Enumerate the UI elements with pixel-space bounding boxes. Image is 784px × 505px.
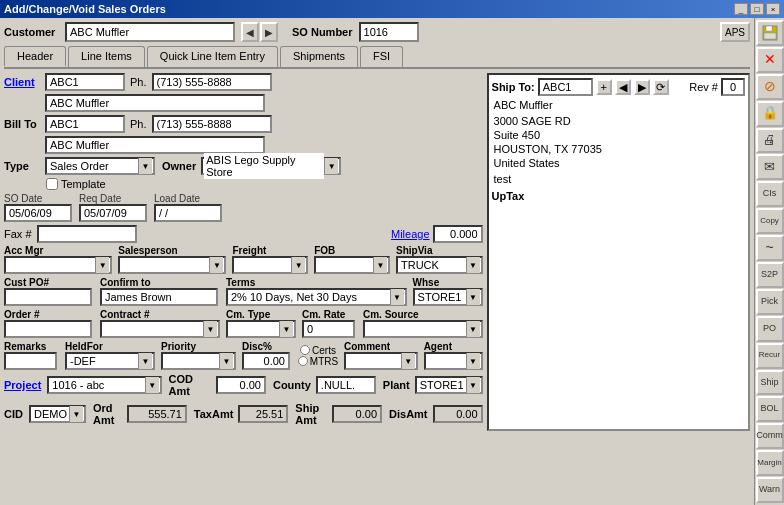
plant-arrow[interactable]: ▼ bbox=[466, 377, 480, 393]
so-number-input[interactable] bbox=[359, 22, 419, 42]
tab-shipments[interactable]: Shipments bbox=[280, 46, 358, 67]
acc-mgr-arrow[interactable]: ▼ bbox=[95, 257, 109, 273]
acc-mgr-dropdown[interactable]: ▼ bbox=[4, 256, 112, 274]
margin-button[interactable]: Margin bbox=[756, 450, 784, 476]
cod-amt-input[interactable] bbox=[216, 376, 266, 394]
terms-dropdown[interactable]: 2% 10 Days, Net 30 Days ▼ bbox=[226, 288, 407, 306]
po-button[interactable]: PO bbox=[756, 316, 784, 342]
county-input[interactable] bbox=[316, 376, 376, 394]
cm-rate-input[interactable] bbox=[302, 320, 355, 338]
ship-via-arrow[interactable]: ▼ bbox=[466, 257, 480, 273]
prev-button[interactable]: ◀ bbox=[241, 22, 259, 42]
recur-button[interactable]: Recur bbox=[756, 343, 784, 369]
cis-button[interactable]: CIs bbox=[756, 181, 784, 207]
pick-button[interactable]: Pick bbox=[756, 289, 784, 315]
disc-pct-input[interactable] bbox=[242, 352, 290, 370]
cust-po-input[interactable] bbox=[4, 288, 92, 306]
priority-arrow[interactable]: ▼ bbox=[219, 353, 233, 369]
void-button[interactable]: ⊘ bbox=[756, 74, 784, 100]
owner-dropdown-arrow[interactable]: ▼ bbox=[324, 158, 338, 174]
next-button[interactable]: ▶ bbox=[260, 22, 278, 42]
prev-address-button[interactable]: ◀ bbox=[615, 79, 631, 95]
aps-button[interactable]: APS bbox=[720, 22, 750, 42]
print-button[interactable]: 🖨 bbox=[756, 128, 784, 154]
whse-dropdown[interactable]: STORE1 ▼ bbox=[413, 288, 483, 306]
bill-code-input[interactable] bbox=[45, 115, 125, 133]
load-date-input[interactable] bbox=[154, 204, 222, 222]
rev-input[interactable] bbox=[721, 78, 745, 96]
cm-source-arrow[interactable]: ▼ bbox=[466, 321, 480, 337]
cm-source-dropdown[interactable]: ▼ bbox=[363, 320, 483, 338]
comment-arrow[interactable]: ▼ bbox=[401, 353, 415, 369]
type-dropdown-arrow[interactable]: ▼ bbox=[138, 158, 152, 174]
maximize-button[interactable]: □ bbox=[750, 3, 764, 15]
project-arrow[interactable]: ▼ bbox=[145, 377, 159, 393]
salesperson-dropdown[interactable]: ▼ bbox=[118, 256, 226, 274]
tab-line-items[interactable]: Line Items bbox=[68, 46, 145, 67]
client-code-input[interactable] bbox=[45, 73, 125, 91]
comment-dropdown[interactable]: ▼ bbox=[344, 352, 418, 370]
project-dropdown[interactable]: 1016 - abc ▼ bbox=[47, 376, 161, 394]
delete-button[interactable]: ✕ bbox=[756, 47, 784, 73]
order-num-input[interactable] bbox=[4, 320, 92, 338]
fax-input[interactable] bbox=[37, 225, 137, 243]
cid-arrow[interactable]: ▼ bbox=[69, 406, 83, 422]
type-dropdown[interactable]: Sales Order ▼ bbox=[45, 157, 155, 175]
template-checkbox[interactable] bbox=[46, 178, 58, 190]
save-icon-button[interactable] bbox=[756, 20, 784, 46]
ship-via-dropdown[interactable]: TRUCK ▼ bbox=[396, 256, 483, 274]
terms-arrow[interactable]: ▼ bbox=[390, 289, 404, 305]
client-phone-input[interactable] bbox=[152, 73, 272, 91]
customer-input[interactable] bbox=[65, 22, 235, 42]
comm-button[interactable]: Comm bbox=[756, 423, 784, 449]
so-date-input[interactable] bbox=[4, 204, 72, 222]
agent-dropdown[interactable]: ▼ bbox=[424, 352, 483, 370]
ship-button[interactable]: Ship bbox=[756, 370, 784, 396]
cm-type-dropdown[interactable]: ▼ bbox=[226, 320, 296, 338]
held-for-arrow[interactable]: ▼ bbox=[138, 353, 152, 369]
contract-arrow[interactable]: ▼ bbox=[203, 321, 217, 337]
plant-dropdown[interactable]: STORE1 ▼ bbox=[415, 376, 483, 394]
bill-phone-input[interactable] bbox=[152, 115, 272, 133]
tab-header[interactable]: Header bbox=[4, 46, 66, 67]
bill-name-input[interactable] bbox=[45, 136, 265, 154]
add-address-button[interactable]: + bbox=[596, 79, 612, 95]
whse-arrow[interactable]: ▼ bbox=[466, 289, 480, 305]
agent-arrow[interactable]: ▼ bbox=[466, 353, 480, 369]
fob-arrow[interactable]: ▼ bbox=[373, 257, 387, 273]
next-address-button[interactable]: ▶ bbox=[634, 79, 650, 95]
freight-arrow[interactable]: ▼ bbox=[291, 257, 305, 273]
close-button[interactable]: × bbox=[766, 3, 780, 15]
confirm-to-input[interactable] bbox=[100, 288, 218, 306]
window-controls[interactable]: _ □ × bbox=[734, 3, 780, 15]
mileage-input[interactable] bbox=[433, 225, 483, 243]
project-label[interactable]: Project bbox=[4, 379, 41, 391]
remarks-input[interactable] bbox=[4, 352, 57, 370]
client-name-input[interactable] bbox=[45, 94, 265, 112]
warn-button[interactable]: Warn bbox=[756, 477, 784, 503]
mtrs-radio[interactable] bbox=[298, 356, 308, 366]
wave-button[interactable]: ~ bbox=[756, 235, 784, 261]
client-label[interactable]: Client bbox=[4, 76, 42, 88]
refresh-address-button[interactable]: ⟳ bbox=[653, 79, 669, 95]
minimize-button[interactable]: _ bbox=[734, 3, 748, 15]
contract-dropdown[interactable]: ▼ bbox=[100, 320, 220, 338]
fob-dropdown[interactable]: ▼ bbox=[314, 256, 390, 274]
cm-type-arrow[interactable]: ▼ bbox=[279, 321, 293, 337]
s2p-button[interactable]: S2P bbox=[756, 262, 784, 288]
req-date-input[interactable] bbox=[79, 204, 147, 222]
lock-button[interactable]: 🔒 bbox=[756, 101, 784, 127]
email-button[interactable]: ✉ bbox=[756, 154, 784, 180]
bol-button[interactable]: BOL bbox=[756, 396, 784, 422]
tab-fsi[interactable]: FSI bbox=[360, 46, 403, 67]
mileage-link[interactable]: Mileage bbox=[391, 228, 430, 240]
tab-quick-line[interactable]: Quick Line Item Entry bbox=[147, 46, 278, 67]
priority-dropdown[interactable]: ▼ bbox=[161, 352, 236, 370]
owner-dropdown[interactable]: ABIS Lego Supply Store ▼ bbox=[201, 157, 341, 175]
cid-dropdown[interactable]: DEMO ▼ bbox=[29, 405, 86, 423]
ship-code-input[interactable] bbox=[538, 78, 593, 96]
certs-radio[interactable] bbox=[300, 345, 310, 355]
copy-button[interactable]: Copy bbox=[756, 208, 784, 234]
salesperson-arrow[interactable]: ▼ bbox=[209, 257, 223, 273]
held-for-dropdown[interactable]: -DEF ▼ bbox=[65, 352, 155, 370]
